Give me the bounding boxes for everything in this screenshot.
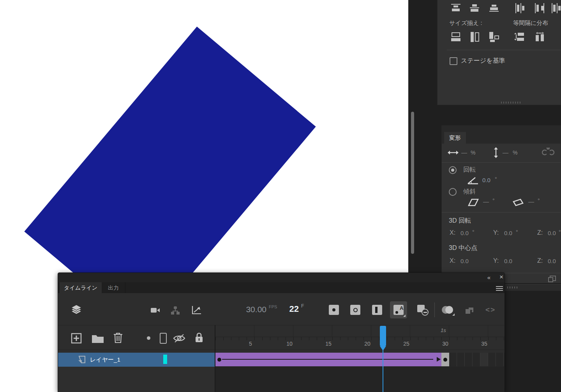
edit-multiple-frames-button[interactable] bbox=[465, 305, 476, 315]
distribute-horizontal-center-button[interactable] bbox=[534, 2, 545, 14]
rot3d-y-value[interactable]: 0.0 bbox=[504, 230, 512, 236]
lock-layers-icon[interactable] bbox=[194, 332, 204, 343]
graph-editor-icon[interactable] bbox=[191, 305, 202, 315]
rotate-unit: ° bbox=[495, 176, 497, 182]
timeline-tab-bar: タイムライン 出力 bbox=[58, 282, 505, 293]
transform-divider-2 bbox=[442, 212, 561, 213]
rotate-radio[interactable] bbox=[449, 166, 457, 174]
link-broken-icon[interactable] bbox=[542, 148, 555, 157]
skew-vertical-icon bbox=[512, 198, 524, 207]
insert-frame-button[interactable] bbox=[372, 305, 382, 315]
panel-resize-grip[interactable] bbox=[501, 102, 520, 104]
align-panel: サイズ揃え : 等間隔に分布 ステージを基準 bbox=[437, 0, 561, 105]
skew-v-value[interactable]: — bbox=[528, 198, 534, 205]
rot3d-z-value[interactable]: 0.0 bbox=[548, 230, 556, 236]
rot3d-z-label: Z: bbox=[537, 229, 543, 236]
collapse-panel-button[interactable]: « bbox=[485, 274, 493, 281]
align-top-button[interactable] bbox=[450, 2, 461, 14]
space-evenly-horizontal-button[interactable] bbox=[534, 31, 546, 43]
auto-keyframe-button[interactable]: A bbox=[390, 301, 407, 318]
ruler-tick bbox=[504, 337, 504, 340]
match-width-button[interactable] bbox=[450, 31, 461, 43]
fps-unit: FPS bbox=[269, 304, 277, 309]
empty-frame-cell[interactable] bbox=[488, 353, 496, 366]
layer-frames-track[interactable] bbox=[215, 353, 505, 367]
frame-actions-icon[interactable]: <> bbox=[485, 306, 496, 314]
fps-value[interactable]: 30.00 bbox=[229, 305, 266, 314]
layer-list-empty-area[interactable] bbox=[58, 367, 215, 392]
collapsed-panel-strip[interactable] bbox=[505, 284, 561, 291]
match-height-button[interactable] bbox=[469, 31, 480, 43]
ruler-tick bbox=[379, 337, 379, 340]
scale-y-value[interactable]: — bbox=[503, 149, 508, 156]
outline-view-toggle[interactable] bbox=[160, 333, 167, 344]
rot3d-y-unit: ° bbox=[516, 229, 518, 235]
empty-frame-cell[interactable] bbox=[465, 353, 473, 366]
empty-frame-cell[interactable] bbox=[473, 353, 480, 366]
scale-x-unit: % bbox=[471, 149, 475, 156]
duplicate-and-transform-icon[interactable] bbox=[548, 275, 556, 283]
c3d-y-value[interactable]: 0.0 bbox=[504, 258, 512, 264]
empty-frame-cell[interactable] bbox=[449, 353, 457, 366]
skew-h-value[interactable]: — bbox=[483, 198, 489, 205]
distribute-left-button[interactable] bbox=[514, 2, 525, 14]
column-divider[interactable] bbox=[215, 325, 215, 392]
ruler-tick bbox=[223, 337, 224, 340]
camera-icon[interactable] bbox=[150, 305, 161, 315]
add-layer-button[interactable] bbox=[71, 333, 82, 344]
layer-type-icon bbox=[78, 355, 86, 364]
c3d-z-value[interactable]: 0.0 bbox=[548, 258, 556, 264]
layer-color-swatch[interactable] bbox=[163, 355, 167, 364]
insert-keyframe-button[interactable] bbox=[329, 305, 339, 315]
frame-ruler[interactable]: 1s 5101520253035 bbox=[215, 325, 505, 350]
timeline-window-titlebar[interactable]: « × bbox=[58, 273, 505, 282]
frames-empty-area[interactable] bbox=[215, 367, 505, 392]
ruler-tick bbox=[247, 337, 247, 340]
layer-parenting-icon[interactable] bbox=[170, 305, 180, 315]
add-folder-button[interactable] bbox=[91, 334, 104, 344]
current-frame-value[interactable]: 22 bbox=[281, 304, 299, 314]
onion-skin-button[interactable] bbox=[441, 305, 455, 316]
ruler-second-segment bbox=[410, 325, 410, 337]
ruler-tick bbox=[215, 337, 216, 340]
transform-panel: 変形 — % — % 回転 0.0 ° 傾斜 — ° — ° 3D 回転 X: … bbox=[441, 125, 561, 283]
tab-transform[interactable]: 変形 bbox=[444, 132, 466, 144]
tab-output[interactable]: 出力 bbox=[102, 282, 125, 293]
align-vertical-center-button[interactable] bbox=[469, 2, 480, 14]
c3d-z-label: Z: bbox=[537, 257, 543, 264]
hide-layers-icon[interactable] bbox=[173, 333, 186, 343]
rotate-value[interactable]: 0.0 bbox=[482, 177, 490, 183]
match-size-label: サイズ揃え : bbox=[449, 19, 482, 27]
empty-frame-cell[interactable] bbox=[496, 353, 504, 366]
scale-width-icon bbox=[447, 148, 459, 157]
ruler-tick bbox=[418, 337, 418, 340]
vertical-scrollbar[interactable] bbox=[411, 112, 414, 254]
stage-relative-checkbox[interactable] bbox=[450, 57, 457, 65]
match-width-and-height-button[interactable] bbox=[489, 31, 499, 43]
rot3d-x-value[interactable]: 0.0 bbox=[460, 230, 469, 236]
c3d-x-value[interactable]: 0.0 bbox=[460, 258, 469, 264]
skew-horizontal-icon bbox=[468, 198, 479, 207]
current-frame-unit: F bbox=[301, 303, 304, 309]
layers-icon[interactable] bbox=[71, 304, 82, 316]
layer-row[interactable]: レイヤー_1 bbox=[58, 353, 215, 367]
empty-frame-cell[interactable] bbox=[480, 353, 488, 366]
onion-skin-dropdown-icon[interactable] bbox=[452, 313, 455, 316]
scale-x-value[interactable]: — bbox=[461, 149, 467, 156]
playhead-handle[interactable] bbox=[380, 326, 386, 346]
panel-menu-icon[interactable] bbox=[496, 285, 503, 292]
delete-layer-button[interactable] bbox=[113, 332, 123, 344]
insert-blank-keyframe-button[interactable] bbox=[350, 305, 360, 315]
align-bottom-button[interactable] bbox=[489, 2, 499, 14]
highlight-layers-toggle[interactable] bbox=[147, 336, 150, 340]
start-keyframe-dot bbox=[217, 358, 221, 362]
ruler-tick bbox=[395, 337, 395, 340]
layer-name[interactable]: レイヤー_1 bbox=[90, 356, 120, 364]
tab-timeline[interactable]: タイムライン bbox=[60, 282, 102, 293]
space-evenly-vertical-button[interactable] bbox=[514, 31, 526, 43]
skew-radio[interactable] bbox=[449, 188, 457, 196]
auto-keyframe-dropdown-icon[interactable] bbox=[403, 315, 406, 317]
distribute-right-button[interactable] bbox=[551, 2, 561, 14]
empty-frame-cell[interactable] bbox=[457, 353, 465, 366]
close-panel-button[interactable]: × bbox=[497, 273, 505, 281]
